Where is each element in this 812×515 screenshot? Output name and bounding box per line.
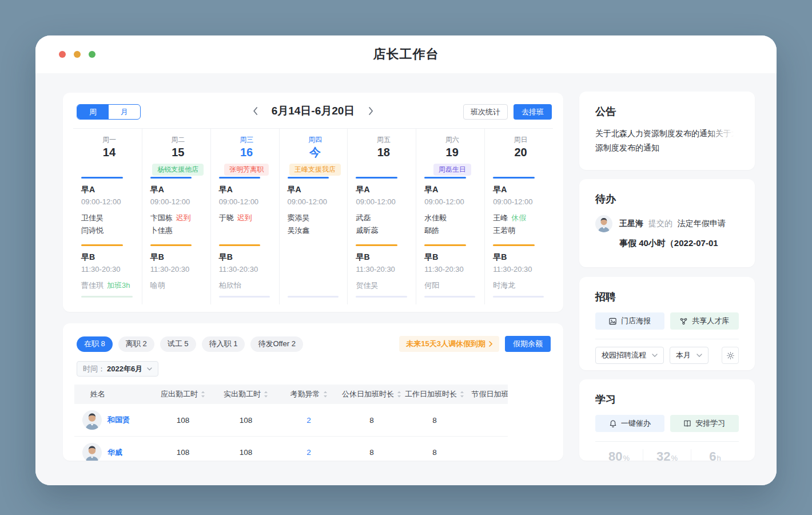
shift-time: 09:00-12:00 xyxy=(219,197,274,207)
person-row: 喻萌 xyxy=(150,279,206,292)
caret-down-icon xyxy=(696,354,702,357)
shift-stats-button[interactable]: 班次统计 xyxy=(463,104,508,120)
shift-label: 早A xyxy=(493,184,548,195)
shift-b-line xyxy=(219,244,261,246)
person-row: 曹佳琪加班3h xyxy=(81,279,137,292)
shift-label: 早B xyxy=(493,252,548,262)
recruit-month-select[interactable]: 本月 xyxy=(670,347,708,364)
sort-icon[interactable] xyxy=(264,391,268,398)
day-column-tue[interactable]: 周二 15 杨锐支援他店 早A 09:00-12:00 卞国栋迟到 卜佳惠 早B xyxy=(142,129,210,304)
remind-all-button[interactable]: 一键催办 xyxy=(595,415,664,432)
page-title: 店长工作台 xyxy=(373,46,439,63)
employee-name-link[interactable]: 华威 xyxy=(108,447,122,458)
day-header: 周日 20 xyxy=(493,129,548,177)
day-column-fri[interactable]: 周五 18 早A 09:00-12:00 武磊 戚昕蕊 早B 11:30-20:… xyxy=(347,129,416,304)
toggle-month[interactable]: 月 xyxy=(109,105,140,119)
minimize-window-icon[interactable] xyxy=(74,51,81,58)
weekday-label: 周三 xyxy=(219,136,274,144)
actual-hours: 108 xyxy=(214,448,277,457)
person-row: 何阳 xyxy=(424,279,480,292)
tab-active-staff[interactable]: 在职 8 xyxy=(77,336,113,352)
shift-b-block: 早B 11:30-20:30 贺佳昊 xyxy=(356,244,411,292)
col-workday-overtime[interactable]: 工作日加班时长 xyxy=(403,389,466,399)
tab-offer-pending[interactable]: 待发Offer 2 xyxy=(250,336,303,352)
col-holiday-overtime[interactable]: 节假日加班时长 xyxy=(466,389,508,399)
sort-icon[interactable] xyxy=(397,391,401,398)
store-poster-button[interactable]: 门店海报 xyxy=(595,312,664,330)
col-actual-hours[interactable]: 实出勤工时 xyxy=(214,389,277,399)
shift-label: 早A xyxy=(81,184,137,195)
table-row[interactable]: 和国贤 108 108 2 8 8 xyxy=(74,404,508,436)
tab-resigned[interactable]: 离职 2 xyxy=(118,336,154,352)
col-anomaly[interactable]: 考勤异常 xyxy=(277,389,340,399)
sort-icon[interactable] xyxy=(201,391,205,398)
bell-icon xyxy=(609,419,617,428)
next-shift-stub xyxy=(424,296,475,298)
arrange-learning-button[interactable]: 安排学习 xyxy=(670,415,739,432)
today-label: 今 xyxy=(288,145,343,160)
date-label: 16 xyxy=(219,145,274,160)
col-required-hours[interactable]: 应出勤工时 xyxy=(152,389,214,399)
toggle-week[interactable]: 周 xyxy=(77,105,109,119)
day-column-today[interactable]: 周四 今 王峰支援我店 早A 09:00-12:00 窦添昊 吴汝鑫 xyxy=(279,129,348,304)
recruit-flow-select[interactable]: 校园招聘流程 xyxy=(595,347,664,364)
person-row: 卞国栋迟到 xyxy=(150,212,206,224)
leave-expiry-notice[interactable]: 未来15天3人调休假到期 xyxy=(399,336,499,352)
next-shift-stub xyxy=(219,296,270,298)
shared-talent-pool-button[interactable]: 共享人才库 xyxy=(670,312,739,330)
shift-time: 11:30-20:30 xyxy=(493,264,548,275)
shift-time: 09:00-12:00 xyxy=(288,197,343,207)
avatar xyxy=(82,410,102,430)
tab-to-onboard[interactable]: 待入职 1 xyxy=(202,336,245,352)
employee-actions: 未来15天3人调休假到期 假期余额 xyxy=(399,336,551,352)
right-sidebar: 公告 关于北森人力资源制度发布的通知关于北森人 源制度发布的通知 待办 王星海 … xyxy=(579,92,755,461)
person-row: 武磊 xyxy=(356,212,411,224)
shift-a-line xyxy=(150,177,192,179)
shift-b-block: 早B 11:30-20:30 何阳 xyxy=(424,244,480,292)
person-row: 贺佳昊 xyxy=(356,279,411,292)
person-row: 卜佳惠 xyxy=(150,224,206,237)
col-rest-overtime[interactable]: 公休日加班时长 xyxy=(340,389,403,399)
shift-label: 早A xyxy=(288,184,343,195)
learning-stats: 80% 32% 6h xyxy=(595,449,739,461)
day-column-wed[interactable]: 周三 16 张明芳离职 早A 09:00-12:00 于晓迟到 早B 11:30… xyxy=(210,129,279,304)
rest-overtime: 8 xyxy=(340,416,403,425)
announcement-card: 公告 关于北森人力资源制度发布的通知关于北森人 源制度发布的通知 xyxy=(579,92,755,170)
sort-icon[interactable] xyxy=(460,391,464,398)
sort-icon[interactable] xyxy=(323,391,328,398)
next-week-icon[interactable] xyxy=(368,106,374,116)
titlebar: 店长工作台 xyxy=(35,35,777,73)
month-filter-select[interactable]: 时间： 2022年6月 xyxy=(77,361,158,377)
schedule-card: 周 月 6月14日-6月20日 班次统计 去排班 xyxy=(63,93,563,312)
day-column-sat[interactable]: 周六 19 周磊生日 早A 09:00-12:00 水佳毅 鄢皓 早B xyxy=(416,129,484,304)
shift-time: 11:30-20:30 xyxy=(424,264,480,275)
shift-a-block: 早A 09:00-12:00 卞国栋迟到 卜佳惠 xyxy=(150,177,206,244)
shift-time: 09:00-12:00 xyxy=(150,197,206,207)
announcement-title: 公告 xyxy=(595,105,739,118)
todo-detail: 事假 40小时（2022-07-01 xyxy=(619,238,739,249)
prev-week-icon[interactable] xyxy=(252,106,258,116)
shift-label: 早A xyxy=(424,184,480,195)
person-row: 鄢皓 xyxy=(424,224,480,237)
announcement-text[interactable]: 关于北森人力资源制度发布的通知关于北森人 源制度发布的通知 xyxy=(595,126,739,155)
employee-name-link[interactable]: 和国贤 xyxy=(108,415,130,425)
table-row[interactable]: 华威 108 108 2 8 8 xyxy=(74,436,508,461)
day-header: 周一 14 xyxy=(81,129,137,177)
day-column-sun[interactable]: 周日 20 早A 09:00-12:00 王峰休假 王若萌 早B 11:30-2… xyxy=(484,129,553,304)
share-network-icon xyxy=(679,317,688,326)
maximize-window-icon[interactable] xyxy=(89,51,95,58)
shift-time: 11:30-20:30 xyxy=(356,264,411,275)
person-row: 水佳毅 xyxy=(424,212,480,224)
todo-title: 待办 xyxy=(595,192,739,206)
close-window-icon[interactable] xyxy=(59,51,66,58)
anomaly-count-link[interactable]: 2 xyxy=(277,448,340,457)
todo-item[interactable]: 王星海 提交的 法定年假申请 xyxy=(595,215,739,232)
caret-down-icon xyxy=(652,354,658,357)
recruit-settings-button[interactable] xyxy=(722,347,739,364)
anomaly-count-link[interactable]: 2 xyxy=(277,416,340,425)
leave-balance-button[interactable]: 假期余额 xyxy=(505,336,551,352)
day-column-mon[interactable]: 周一 14 早A 09:00-12:00 卫佳昊 闫诗悦 早B 11:30-20… xyxy=(73,129,142,304)
tab-trial[interactable]: 试工 5 xyxy=(160,336,196,352)
go-arrange-button[interactable]: 去排班 xyxy=(514,104,552,120)
workday-overtime: 8 xyxy=(403,416,466,425)
